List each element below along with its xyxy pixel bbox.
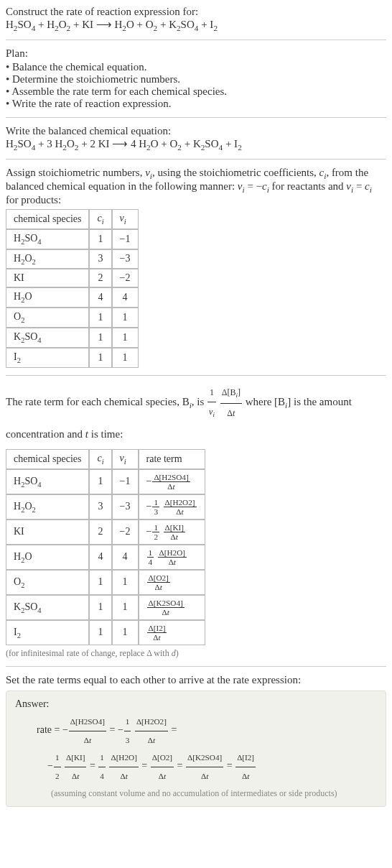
table-row: H2O23−3: [6, 249, 139, 269]
divider: [6, 117, 386, 118]
balanced-title: Write the balanced chemical equation:: [6, 125, 386, 137]
cell-species: H2O: [6, 545, 89, 570]
answer-line1: rate = −Δ[H2SO4]Δt = −13 Δ[H2O2]Δt =: [15, 713, 377, 749]
table-row: O211Δ[O2]Δt: [6, 570, 205, 595]
cell-ci: 1: [89, 570, 111, 595]
cell-species: O2: [6, 570, 89, 595]
plan-item: Determine the stoichiometric numbers.: [6, 73, 386, 86]
cell-species: K2SO4: [6, 328, 89, 348]
cell-vi: 1: [112, 595, 139, 620]
cell-ci: 1: [89, 328, 111, 348]
cell-ci: 1: [89, 620, 111, 645]
cell-vi: 1: [112, 348, 139, 368]
cell-rate: Δ[I2]Δt: [139, 620, 205, 645]
assign-section: Assign stoichiometric numbers, νi, using…: [6, 167, 386, 368]
divider: [6, 40, 386, 40]
divider: [6, 666, 386, 667]
cell-vi: 1: [112, 308, 139, 328]
cell-ci: 3: [89, 249, 111, 269]
cell-species: H2SO4: [6, 229, 89, 249]
cell-rate: Δ[K2SO4]Δt: [139, 595, 205, 620]
table-row: K2SO411: [6, 328, 139, 348]
cell-species: H2O2: [6, 494, 89, 520]
cell-species: O2: [6, 308, 89, 328]
cell-ci: 1: [89, 348, 111, 368]
cell-ci: 3: [89, 494, 111, 520]
cell-rate: 14 Δ[H2O]Δt: [139, 545, 205, 570]
plan-item: Assemble the rate term for each chemical…: [6, 86, 386, 98]
table-row: KI2−2−12 Δ[KI]Δt: [6, 520, 205, 545]
stoich-table: chemical species ci νi H2SO41−1 H2O23−3 …: [6, 209, 139, 368]
table-row: H2O44: [6, 287, 139, 308]
answer-box: Answer: rate = −Δ[H2SO4]Δt = −13 Δ[H2O2]…: [6, 691, 386, 807]
cell-species: I2: [6, 620, 89, 645]
cell-species: KI: [6, 269, 89, 287]
cell-species: H2SO4: [6, 469, 89, 494]
cell-ci: 1: [89, 308, 111, 328]
balanced-equation: H2SO4 + 3 H2O2 + 2 KI ⟶ 4 H2O + O2 + K2S…: [6, 137, 386, 152]
cell-ci: 2: [89, 269, 111, 287]
table-row: H2O4414 Δ[H2O]Δt: [6, 545, 205, 570]
table-row: H2SO41−1−Δ[H2SO4]Δt: [6, 469, 205, 494]
cell-species: H2O: [6, 287, 89, 308]
cell-rate: −12 Δ[KI]Δt: [139, 520, 205, 545]
cell-ci: 4: [89, 287, 111, 308]
set-equal-section: Set the rate terms equal to each other t…: [6, 674, 386, 807]
cell-species: H2O2: [6, 249, 89, 269]
col-ci: ci: [89, 449, 111, 469]
col-species: chemical species: [6, 449, 89, 469]
table-row: O211: [6, 308, 139, 328]
cell-vi: −2: [112, 269, 139, 287]
cell-ci: 1: [89, 595, 111, 620]
rate-term-section: The rate term for each chemical species,…: [6, 383, 386, 659]
cell-vi: 4: [112, 545, 139, 570]
col-vi: νi: [112, 209, 139, 229]
table-row: H2O23−3−13 Δ[H2O2]Δt: [6, 494, 205, 520]
table-row: H2SO41−1: [6, 229, 139, 249]
cell-vi: 1: [112, 620, 139, 645]
cell-ci: 1: [89, 229, 111, 249]
cell-species: KI: [6, 520, 89, 545]
answer-label: Answer:: [15, 698, 377, 710]
rate-term-text: The rate term for each chemical species,…: [6, 383, 386, 447]
plan-item: Balance the chemical equation.: [6, 61, 386, 73]
construct-text: Construct the rate of reaction expressio…: [6, 6, 386, 18]
cell-ci: 4: [89, 545, 111, 570]
col-rate: rate term: [139, 449, 205, 469]
cell-vi: −3: [112, 249, 139, 269]
assign-text: Assign stoichiometric numbers, νi, using…: [6, 167, 386, 206]
cell-vi: 4: [112, 287, 139, 308]
plan-title: Plan:: [6, 47, 386, 60]
divider: [6, 375, 386, 376]
table-row: I211: [6, 348, 139, 368]
col-species: chemical species: [6, 209, 89, 229]
cell-ci: 2: [89, 520, 111, 545]
table2-note: (for infinitesimal rate of change, repla…: [6, 648, 386, 659]
cell-ci: 1: [89, 469, 111, 494]
cell-rate: Δ[O2]Δt: [139, 570, 205, 595]
table-row: KI2−2: [6, 269, 139, 287]
plan-list: Balance the chemical equation. Determine…: [6, 61, 386, 110]
unbalanced-equation: H2SO4 + H2O2 + KI ⟶ H2O + O2 + K2SO4 + I…: [6, 18, 386, 32]
intro-section: Construct the rate of reaction expressio…: [6, 6, 386, 32]
answer-line2: −12 Δ[KI]Δt = 14 Δ[H2O]Δt = Δ[O2]Δt = Δ[…: [15, 749, 377, 785]
answer-note: (assuming constant volume and no accumul…: [15, 788, 377, 799]
cell-rate: −13 Δ[H2O2]Δt: [139, 494, 205, 520]
cell-vi: −1: [112, 469, 139, 494]
cell-vi: 1: [112, 570, 139, 595]
set-equal-text: Set the rate terms equal to each other t…: [6, 674, 386, 686]
plan-section: Plan: Balance the chemical equation. Det…: [6, 47, 386, 110]
cell-vi: −3: [112, 494, 139, 520]
col-vi: νi: [112, 449, 139, 469]
cell-species: K2SO4: [6, 595, 89, 620]
cell-rate: −Δ[H2SO4]Δt: [139, 469, 205, 494]
balanced-section: Write the balanced chemical equation: H2…: [6, 125, 386, 152]
rate-term-table: chemical species ci νi rate term H2SO41−…: [6, 449, 205, 645]
divider: [6, 159, 386, 160]
cell-species: I2: [6, 348, 89, 368]
cell-vi: −2: [112, 520, 139, 545]
table-row: K2SO411Δ[K2SO4]Δt: [6, 595, 205, 620]
cell-vi: 1: [112, 328, 139, 348]
col-ci: ci: [89, 209, 111, 229]
table-row: I211Δ[I2]Δt: [6, 620, 205, 645]
